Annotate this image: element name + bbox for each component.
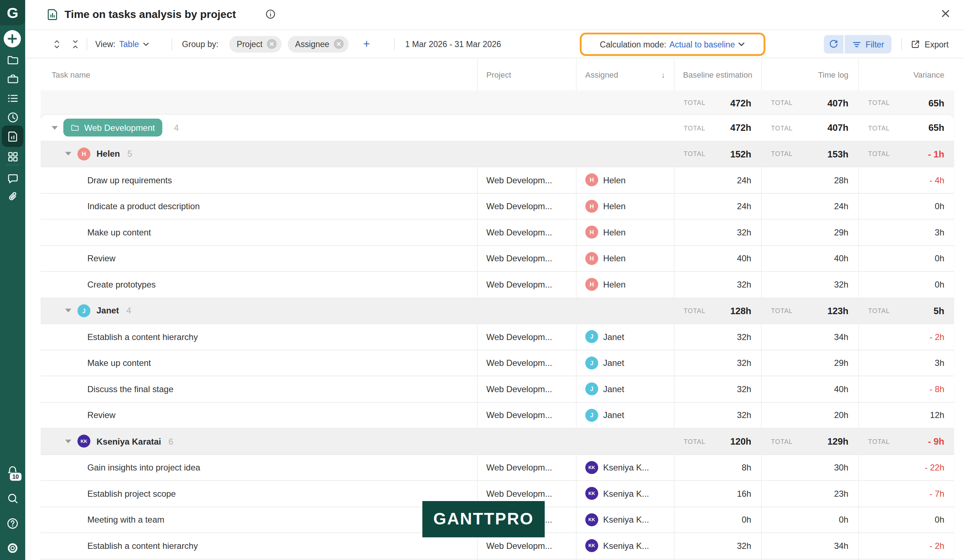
table-row[interactable]: Establish a content hierarchyWeb Develop… (41, 324, 954, 350)
collapse-caret-icon[interactable] (65, 440, 71, 443)
table-row[interactable]: Gain insights into project ideaWeb Devel… (41, 455, 954, 481)
date-range[interactable]: 1 Mar 2026 - 31 Mar 2026 (405, 39, 501, 49)
avatar: H (585, 174, 598, 187)
baseline-cell: 32h (674, 533, 761, 558)
ganttpro-logo[interactable]: G (0, 0, 25, 25)
table-row[interactable]: Make up contentWeb Developm...HHelen32h2… (41, 220, 954, 246)
project-cell: Web Developm... (477, 350, 576, 376)
settings-icon[interactable] (0, 542, 25, 555)
expand-all-icon[interactable] (52, 39, 62, 49)
avatar: KK (78, 435, 91, 448)
sidebar: G 10 (0, 0, 25, 560)
assignee-group-row[interactable]: HHelen5TOTAL152hTOTAL153hTOTAL- 1h (41, 141, 954, 168)
avatar: H (585, 252, 598, 265)
time-log-icon[interactable] (0, 111, 25, 124)
task-name-cell: Draw up requirements (41, 167, 477, 193)
assignee-name: Helen (603, 201, 626, 211)
apps-icon[interactable] (0, 151, 25, 163)
task-list-icon[interactable] (0, 92, 25, 104)
column-header-project[interactable]: Project (477, 58, 576, 90)
assignee-cell: HHelen (576, 272, 674, 297)
task-name-cell: Review (41, 402, 477, 428)
column-header-task-name[interactable]: Task name (41, 58, 477, 90)
reports-icon[interactable] (2, 125, 23, 147)
column-header-assigned[interactable]: Assigned ↓ (576, 58, 674, 90)
search-icon[interactable] (0, 492, 25, 505)
collapse-all-icon[interactable] (70, 39, 80, 49)
total-value: - 1h (928, 149, 944, 159)
project-pill[interactable]: Web Development (63, 119, 162, 137)
notifications-icon[interactable]: 10 (0, 465, 25, 478)
filter-button[interactable]: Filter (845, 35, 891, 53)
comments-icon[interactable] (0, 173, 25, 185)
avatar: KK (585, 513, 598, 526)
collapse-caret-icon[interactable] (52, 126, 58, 129)
table-body: TOTAL472hTOTAL407hTOTAL65h Web Developme… (41, 90, 954, 560)
calculation-mode-highlight: Calculation mode: Actual to baseline (580, 33, 765, 56)
assignee-cell: HHelen (576, 167, 674, 193)
column-header-baseline[interactable]: Baseline estimation (674, 58, 761, 90)
table-row[interactable]: Make up contentWeb Developm...JJanet32h2… (41, 350, 954, 376)
assignee-group-name: Janet (97, 306, 119, 316)
timelog-cell: 29h (761, 350, 858, 376)
assignee-group-row[interactable]: JJanet4TOTAL128hTOTAL123hTOTAL5h (41, 298, 954, 324)
view-selector[interactable]: View: Table (95, 39, 150, 49)
chip-project[interactable]: Project (229, 36, 282, 52)
table-row[interactable]: Create prototypesWeb Developm...HHelen32… (41, 272, 954, 298)
project-group-name: Web Development (84, 123, 155, 133)
column-header-timelog[interactable]: Time log (761, 58, 858, 90)
add-icon[interactable] (3, 30, 21, 47)
time-log-total-cell: TOTAL407h (761, 115, 858, 140)
total-value: 129h (827, 436, 848, 446)
total-value: 5h (933, 306, 944, 316)
assignee-name: Helen (603, 175, 626, 185)
assignee-group-row[interactable]: KKKseniya Karatai6TOTAL120hTOTAL129hTOTA… (41, 428, 954, 455)
assignee-group-count: 5 (127, 149, 132, 158)
calc-mode-value[interactable]: Actual to baseline (669, 39, 735, 49)
sort-desc-icon[interactable]: ↓ (661, 70, 665, 79)
attachments-icon[interactable] (0, 190, 25, 203)
view-value[interactable]: Table (119, 39, 139, 49)
total-value: 152h (730, 149, 752, 159)
toolbar-divider (86, 38, 87, 50)
remove-chip-icon[interactable] (334, 39, 343, 49)
table-row[interactable]: ReviewWeb Developm...HHelen40h40h0h (41, 246, 954, 272)
projects-icon[interactable] (0, 54, 25, 67)
add-group-button[interactable]: + (363, 37, 370, 50)
baseline-total-cell: TOTAL120h (674, 428, 761, 454)
project-group-row[interactable]: Web Development4TOTAL472hTOTAL407hTOTAL6… (41, 115, 954, 141)
collapse-caret-icon[interactable] (65, 152, 71, 156)
portfolio-icon[interactable] (0, 73, 25, 86)
task-name-cell: Gain insights into project idea (41, 455, 477, 480)
total-value: 472h (730, 122, 752, 133)
chip-assignee[interactable]: Assignee (288, 36, 348, 52)
variance-cell: 3h (858, 350, 954, 376)
table-row[interactable]: ReviewWeb Developm...JJanet32h20h12h (41, 402, 954, 428)
project-cell: Web Developm... (477, 402, 576, 428)
table-row[interactable]: Draw up requirementsWeb Developm...HHele… (41, 167, 954, 194)
info-icon[interactable] (265, 9, 276, 20)
total-label: TOTAL (771, 307, 793, 314)
total-label: TOTAL (771, 438, 793, 445)
assignee-group-count: 4 (127, 306, 131, 316)
table-row[interactable]: Discuss the final stageWeb Developm...JJ… (41, 376, 954, 402)
column-header-variance[interactable]: Variance (858, 58, 954, 90)
total-label: TOTAL (771, 150, 793, 158)
collapse-caret-icon[interactable] (65, 309, 71, 313)
close-icon[interactable] (940, 8, 951, 19)
variance-cell: 0h (858, 246, 954, 271)
task-name-cell: Meeting with a team (41, 507, 477, 532)
chip-assignee-label: Assignee (295, 39, 329, 49)
export-button[interactable]: Export (910, 39, 949, 49)
chevron-down-icon[interactable] (738, 41, 746, 48)
refresh-button[interactable] (824, 35, 843, 53)
baseline-cell: 32h (674, 402, 761, 428)
table-row[interactable]: Indicate a product descriptionWeb Develo… (41, 194, 954, 220)
variance-total-cell: TOTAL65h (858, 115, 954, 140)
time-log-total-cell: TOTAL129h (761, 428, 858, 454)
assignee-cell: KKKseniya K... (576, 481, 674, 506)
remove-chip-icon[interactable] (267, 39, 277, 49)
assignee-cell: KKKseniya K... (576, 455, 674, 480)
help-icon[interactable] (0, 517, 25, 530)
task-name-cell: Review (41, 246, 477, 271)
